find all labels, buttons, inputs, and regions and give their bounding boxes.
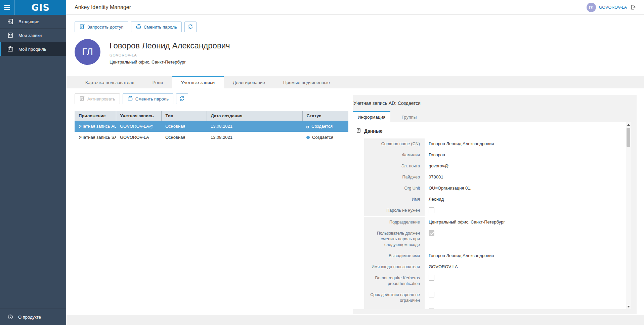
field-label: Do not require Kerberos preauthenticatio…	[364, 273, 425, 289]
sidebar-item-profile[interactable]: Мой профиль	[0, 42, 66, 56]
gis-logo: GIS	[15, 2, 66, 13]
accounts-section: Активировать Сменить пароль ПриложениеУч…	[75, 93, 348, 143]
requests-icon	[7, 32, 14, 39]
field-checkbox[interactable]	[429, 275, 434, 281]
field-label: Имя входа пользователя	[364, 261, 425, 273]
accounts-refresh-button[interactable]	[176, 93, 188, 104]
field-value: Говоров	[425, 150, 631, 160]
sidebar-item-label: Мой профиль	[18, 47, 46, 52]
profile-toolbar: Запросить доступ Сменить пароль	[75, 22, 197, 32]
user-login-link[interactable]: GOVOROV-LA	[599, 5, 627, 10]
field-label: Необходима смарт-карта для входа	[364, 306, 425, 309]
field-value: 078001	[425, 172, 631, 182]
field-value: GOVOROV-LA	[425, 261, 631, 272]
field-label: Org Unit	[364, 183, 425, 194]
tab-5[interactable]: Прямые подчиненные	[274, 76, 339, 88]
field-row: Срок действия пароля не ограничен	[364, 289, 631, 306]
user-avatar[interactable]: ГЛ	[587, 3, 596, 12]
scroll-up-button[interactable]	[626, 122, 631, 127]
field-checkbox[interactable]	[429, 309, 434, 309]
details-tab-2[interactable]: Группы	[390, 111, 428, 122]
accounts-table: ПриложениеУчетная записьТипДата создания…	[75, 111, 348, 143]
field-value	[425, 306, 631, 309]
profile-name: Говоров Леонид Александрович	[110, 41, 230, 50]
field-label: Подразделение	[364, 217, 425, 228]
menu-toggle-button[interactable]	[0, 0, 15, 15]
profile-summary: ГЛ Говоров Леонид Александрович GOVOROV-…	[75, 39, 230, 65]
change-password-button[interactable]: Сменить пароль	[131, 22, 182, 32]
field-checkbox	[429, 230, 434, 236]
scroll-down-button[interactable]	[626, 304, 631, 309]
table-cell: GOVOROV-LA@	[116, 121, 161, 132]
field-row: ФамилияГоворов	[364, 150, 631, 161]
field-row: Do not require Kerberos preauthenticatio…	[364, 273, 631, 289]
field-row: Выводимое имяГоворов Леонид Александрови…	[364, 250, 631, 261]
details-scrollbar[interactable]	[626, 122, 631, 309]
table-row[interactable]: Учетная запись ADGOVOROV-LA@Основная13.0…	[75, 121, 348, 132]
column-header[interactable]: Тип	[161, 111, 207, 121]
field-checkbox[interactable]	[429, 292, 434, 297]
accounts-toolbar: Активировать Сменить пароль	[75, 93, 348, 104]
field-label: Срок действия пароля не ограничен	[364, 289, 425, 306]
table-cell: Учетная запись AD	[75, 121, 116, 132]
profile-department: Центральный офис. Санкт-Петербург	[110, 59, 230, 65]
table-cell: Учётная запись SAP	[75, 132, 116, 143]
tab-3[interactable]: Учетные записи	[172, 76, 224, 88]
details-body: Данные Common name (CN)Говоров Леонид Ал…	[353, 122, 631, 309]
column-header[interactable]: Статус	[302, 111, 348, 121]
field-label: Имя	[364, 194, 425, 205]
profile-tabs: Карточка пользователяРолиУчетные записиД…	[66, 76, 644, 88]
about-label: О продукте	[18, 315, 41, 320]
sidebar-item-requests[interactable]: Мои заявки	[0, 29, 66, 42]
section-divider	[356, 137, 624, 137]
field-value	[425, 289, 631, 301]
sidebar-item-inbox[interactable]: Входящие	[0, 15, 66, 29]
details-tab-1[interactable]: Информация	[353, 111, 390, 122]
app-title: Ankey Identity Manager	[75, 4, 131, 10]
field-checkbox[interactable]	[429, 207, 434, 213]
tab-1[interactable]: Карточка пользователя	[76, 76, 143, 88]
profile-login: GOVOROV-LA	[110, 53, 230, 57]
table-cell: Основная	[161, 132, 207, 143]
field-value: Центральный офис. Санкт-Петербург	[425, 217, 631, 227]
status-cell: Создается	[302, 121, 348, 132]
sidebar-item-label: Мои заявки	[18, 33, 42, 38]
inbox-icon	[7, 18, 14, 25]
accounts-change-password-button[interactable]: Сменить пароль	[123, 93, 173, 104]
table-row[interactable]: Учётная запись SAPGOVOROV-LAОсновная13.0…	[75, 132, 348, 143]
status-cell: Создается	[302, 132, 348, 143]
profile-avatar: ГЛ	[75, 39, 100, 65]
topbar: Ankey Identity Manager ГЛ GOVOROV-LA	[66, 0, 644, 15]
app-window: GIS ВходящиеМои заявкиМой профиль О прод…	[0, 0, 644, 325]
field-row: ПодразделениеЦентральный офис. Санкт-Пет…	[364, 217, 631, 228]
refresh-icon	[188, 24, 193, 30]
field-row: Пайджер078001	[364, 172, 631, 183]
refresh-button[interactable]	[184, 22, 197, 32]
table-cell: 13.08.2021	[207, 132, 302, 143]
field-label: Common name (CN)	[364, 138, 425, 150]
field-label: Выводимое имя	[364, 250, 425, 261]
field-label: Пайджер	[364, 172, 425, 183]
details-fields: Common name (CN)Говоров Леонид Александр…	[364, 138, 631, 309]
field-value: OU=Организация 01,	[425, 183, 631, 193]
sidebar-item-about[interactable]: О продукте	[0, 309, 66, 325]
column-header[interactable]: Учетная запись	[116, 111, 161, 121]
field-row: Необходима смарт-карта для входа	[364, 306, 631, 309]
field-label: Пользователь должен сменить пароль при с…	[364, 228, 425, 250]
request-access-button[interactable]: Запросить доступ	[75, 22, 128, 32]
field-label: Пароль не нужен	[364, 205, 425, 216]
column-header[interactable]: Дата создания	[207, 111, 302, 121]
key-change-icon	[127, 95, 133, 102]
activate-button: Активировать	[75, 93, 120, 104]
tab-2[interactable]: Роли	[143, 76, 172, 88]
field-value	[425, 273, 631, 284]
profile-card-icon	[7, 46, 14, 52]
logout-icon[interactable]	[630, 4, 636, 10]
field-value	[425, 228, 631, 240]
tab-4[interactable]: Делегирование	[224, 76, 274, 88]
field-value: Говоров Леонид Александрович	[425, 138, 631, 149]
scrollbar-thumb[interactable]	[627, 128, 630, 147]
user-area: ГЛ GOVOROV-LA	[587, 3, 636, 12]
column-header[interactable]: Приложение	[75, 111, 116, 121]
field-value: Говоров Леонид Александрович	[425, 250, 631, 261]
